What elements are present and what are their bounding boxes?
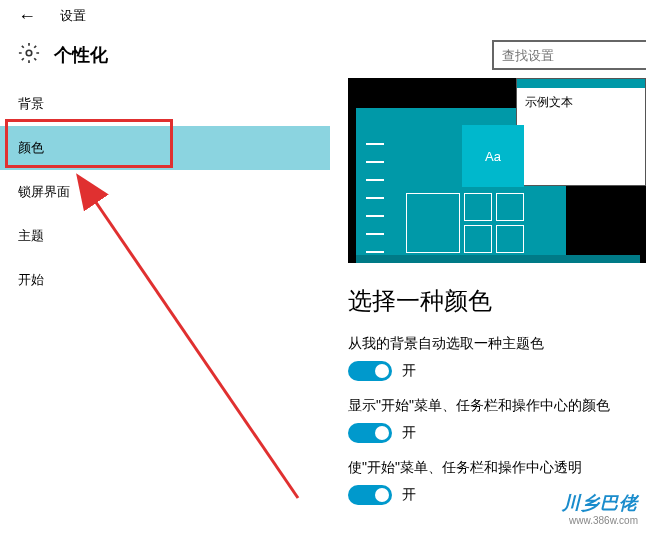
setting-label: 使"开始"菜单、任务栏和操作中心透明 [348, 459, 646, 477]
sidebar-item-lockscreen[interactable]: 锁屏界面 [0, 170, 330, 214]
preview-tile: Aa [462, 125, 524, 187]
back-arrow-icon[interactable]: ← [18, 6, 36, 27]
sidebar: 背景 颜色 锁屏界面 主题 开始 [0, 78, 330, 534]
sidebar-item-start[interactable]: 开始 [0, 258, 330, 302]
toggle-transparency[interactable] [348, 485, 392, 505]
setting-show-color: 显示"开始"菜单、任务栏和操作中心的颜色 开 [348, 397, 646, 443]
sidebar-item-background[interactable]: 背景 [0, 82, 330, 126]
window-title: 设置 [60, 7, 86, 25]
setting-auto-accent: 从我的背景自动选取一种主题色 开 [348, 335, 646, 381]
setting-label: 显示"开始"菜单、任务栏和操作中心的颜色 [348, 397, 646, 415]
toggle-state: 开 [402, 424, 416, 442]
gear-icon [18, 42, 40, 68]
sidebar-item-colors[interactable]: 颜色 [0, 126, 330, 170]
setting-label: 从我的背景自动选取一种主题色 [348, 335, 646, 353]
toggle-state: 开 [402, 486, 416, 504]
toggle-auto-accent[interactable] [348, 361, 392, 381]
header: 个性化 [0, 32, 646, 78]
watermark: 川乡巴佬 www.386w.com [562, 491, 638, 526]
page-title: 个性化 [54, 43, 108, 67]
sidebar-item-themes[interactable]: 主题 [0, 214, 330, 258]
toggle-show-color[interactable] [348, 423, 392, 443]
toggle-state: 开 [402, 362, 416, 380]
main-content: 示例文本 Aa [330, 78, 646, 534]
theme-preview: 示例文本 Aa [348, 78, 646, 263]
sample-text: 示例文本 [517, 88, 645, 117]
search-input[interactable] [492, 40, 646, 70]
titlebar: ← 设置 [0, 0, 646, 32]
section-title: 选择一种颜色 [348, 285, 646, 317]
svg-point-0 [26, 50, 32, 56]
